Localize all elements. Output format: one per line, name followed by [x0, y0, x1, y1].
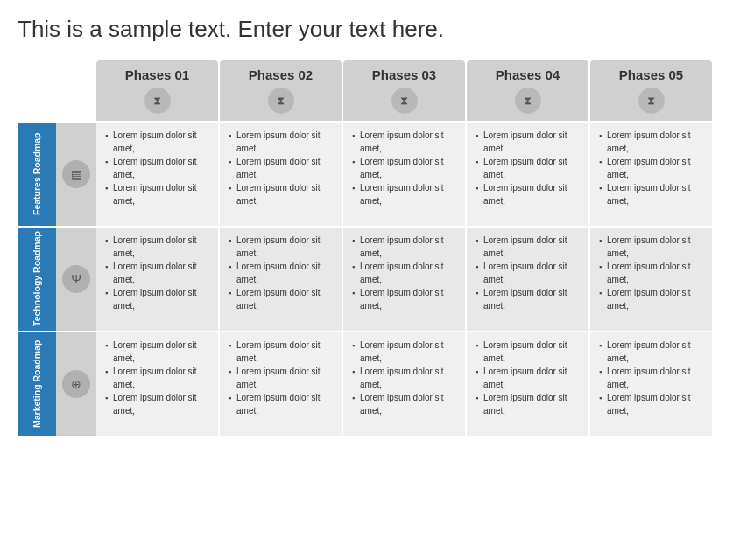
- page-title: This is a sample text. Enter your text h…: [18, 16, 729, 43]
- cell-list-item: Lorem ipsum dolor sit amet,: [599, 261, 707, 286]
- phase-label-1: Phases 01: [125, 67, 189, 82]
- cell-r3-c2: Lorem ipsum dolor sit amet,Lorem ipsum d…: [220, 332, 342, 436]
- cell-r2-c5: Lorem ipsum dolor sit amet,Lorem ipsum d…: [590, 228, 712, 331]
- roadmap-table: Phases 01 ⧗ Phases 02 ⧗ Phases 03 ⧗ Phas…: [18, 59, 712, 436]
- cell-r1-c2: Lorem ipsum dolor sit amet,Lorem ipsum d…: [220, 122, 342, 226]
- cell-list-item: Lorem ipsum dolor sit amet,: [105, 130, 213, 155]
- cell-list-item: Lorem ipsum dolor sit amet,: [599, 156, 707, 181]
- row-label-text-2: Technology Roadmap: [18, 228, 56, 331]
- cell-list-item: Lorem ipsum dolor sit amet,: [105, 340, 213, 365]
- data-row-1: Features Roadmap▤Lorem ipsum dolor sit a…: [18, 122, 712, 226]
- row-icon-block-2: Ψ: [56, 228, 96, 331]
- cell-list-item: Lorem ipsum dolor sit amet,: [352, 340, 460, 365]
- phase-label-5: Phases 05: [619, 67, 683, 82]
- phase-icon-3: ⧗: [391, 88, 418, 114]
- data-row-3: Marketing Roadmap⊕Lorem ipsum dolor sit …: [18, 332, 712, 436]
- cell-list-item: Lorem ipsum dolor sit amet,: [599, 182, 707, 207]
- cell-list-item: Lorem ipsum dolor sit amet,: [476, 340, 583, 365]
- row-icon-block-3: ⊕: [56, 332, 96, 436]
- page: This is a sample text. Enter your text h…: [0, 0, 747, 560]
- cell-list-item: Lorem ipsum dolor sit amet,: [352, 287, 460, 312]
- row-label-3: Marketing Roadmap: [18, 332, 56, 436]
- row-icon-block-1: ▤: [56, 122, 96, 226]
- phase-icon-2: ⧗: [268, 88, 294, 114]
- column-headers: Phases 01 ⧗ Phases 02 ⧗ Phases 03 ⧗ Phas…: [18, 60, 712, 121]
- cell-list-item: Lorem ipsum dolor sit amet,: [476, 392, 583, 417]
- row-cells-3: Lorem ipsum dolor sit amet,Lorem ipsum d…: [96, 332, 712, 436]
- phase-header-5: Phases 05 ⧗: [590, 60, 712, 121]
- cell-r2-c1: Lorem ipsum dolor sit amet,Lorem ipsum d…: [96, 228, 218, 331]
- clipboard-icon: ▤: [62, 160, 90, 188]
- phase-header-4: Phases 04 ⧗: [467, 60, 588, 121]
- cell-r2-c2: Lorem ipsum dolor sit amet,Lorem ipsum d…: [220, 228, 342, 331]
- cell-list-item: Lorem ipsum dolor sit amet,: [476, 130, 583, 155]
- cell-r2-c3: Lorem ipsum dolor sit amet,Lorem ipsum d…: [343, 228, 465, 331]
- row-label-text-3: Marketing Roadmap: [18, 332, 56, 436]
- cell-r1-c1: Lorem ipsum dolor sit amet,Lorem ipsum d…: [96, 122, 218, 226]
- cell-list-item: Lorem ipsum dolor sit amet,: [105, 234, 213, 260]
- phase-icon-4: ⧗: [515, 88, 541, 114]
- cell-list-item: Lorem ipsum dolor sit amet,: [599, 234, 707, 260]
- marketing-icon: ⊕: [62, 370, 90, 398]
- cell-list-item: Lorem ipsum dolor sit amet,: [352, 156, 460, 181]
- cell-list-item: Lorem ipsum dolor sit amet,: [476, 366, 583, 391]
- cell-list-item: Lorem ipsum dolor sit amet,: [352, 182, 460, 207]
- cell-list-item: Lorem ipsum dolor sit amet,: [229, 287, 336, 312]
- phase-label-2: Phases 02: [249, 67, 313, 82]
- cell-list-item: Lorem ipsum dolor sit amet,: [352, 130, 460, 155]
- cell-r3-c3: Lorem ipsum dolor sit amet,Lorem ipsum d…: [343, 332, 465, 436]
- phase-header-3: Phases 03 ⧗: [343, 60, 465, 121]
- cell-list-item: Lorem ipsum dolor sit amet,: [229, 182, 336, 207]
- cell-list-item: Lorem ipsum dolor sit amet,: [229, 234, 336, 260]
- cell-r3-c4: Lorem ipsum dolor sit amet,Lorem ipsum d…: [467, 332, 588, 436]
- phase-header-2: Phases 02 ⧗: [220, 60, 342, 121]
- phase-label-3: Phases 03: [372, 67, 436, 82]
- cell-list-item: Lorem ipsum dolor sit amet,: [105, 182, 213, 207]
- cell-list-item: Lorem ipsum dolor sit amet,: [599, 366, 707, 391]
- cell-list-item: Lorem ipsum dolor sit amet,: [599, 392, 707, 417]
- cell-list-item: Lorem ipsum dolor sit amet,: [476, 156, 583, 181]
- cell-list-item: Lorem ipsum dolor sit amet,: [352, 261, 460, 286]
- row-label-2: Technology Roadmap: [18, 228, 56, 331]
- cell-list-item: Lorem ipsum dolor sit amet,: [105, 287, 213, 312]
- cell-list-item: Lorem ipsum dolor sit amet,: [352, 392, 460, 417]
- row-label-1: Features Roadmap: [18, 122, 56, 226]
- cell-r1-c5: Lorem ipsum dolor sit amet,Lorem ipsum d…: [590, 122, 712, 226]
- cell-list-item: Lorem ipsum dolor sit amet,: [476, 182, 583, 207]
- cell-r1-c4: Lorem ipsum dolor sit amet,Lorem ipsum d…: [467, 122, 588, 226]
- cell-list-item: Lorem ipsum dolor sit amet,: [599, 287, 707, 312]
- cell-list-item: Lorem ipsum dolor sit amet,: [105, 366, 213, 391]
- cell-list-item: Lorem ipsum dolor sit amet,: [105, 261, 213, 286]
- cell-list-item: Lorem ipsum dolor sit amet,: [105, 156, 213, 181]
- phase-icon-1: ⧗: [144, 88, 171, 114]
- usb-icon: Ψ: [62, 265, 90, 293]
- cell-list-item: Lorem ipsum dolor sit amet,: [229, 261, 336, 286]
- row-cells-2: Lorem ipsum dolor sit amet,Lorem ipsum d…: [96, 228, 712, 331]
- data-row-2: Technology RoadmapΨLorem ipsum dolor sit…: [18, 228, 712, 331]
- cell-list-item: Lorem ipsum dolor sit amet,: [229, 366, 336, 391]
- cell-r1-c3: Lorem ipsum dolor sit amet,Lorem ipsum d…: [343, 122, 465, 226]
- data-rows: Features Roadmap▤Lorem ipsum dolor sit a…: [18, 122, 712, 436]
- row-label-text-1: Features Roadmap: [18, 122, 56, 226]
- cell-list-item: Lorem ipsum dolor sit amet,: [352, 366, 460, 391]
- cell-list-item: Lorem ipsum dolor sit amet,: [229, 130, 336, 155]
- cell-list-item: Lorem ipsum dolor sit amet,: [476, 261, 583, 286]
- cell-list-item: Lorem ipsum dolor sit amet,: [229, 340, 336, 365]
- phase-label-4: Phases 04: [496, 67, 560, 82]
- cell-r3-c1: Lorem ipsum dolor sit amet,Lorem ipsum d…: [96, 332, 218, 436]
- cell-r2-c4: Lorem ipsum dolor sit amet,Lorem ipsum d…: [467, 228, 588, 331]
- cell-list-item: Lorem ipsum dolor sit amet,: [229, 156, 336, 181]
- cell-list-item: Lorem ipsum dolor sit amet,: [352, 234, 460, 260]
- cell-list-item: Lorem ipsum dolor sit amet,: [599, 340, 707, 365]
- cell-list-item: Lorem ipsum dolor sit amet,: [599, 130, 707, 155]
- cell-list-item: Lorem ipsum dolor sit amet,: [105, 392, 213, 417]
- phase-header-1: Phases 01 ⧗: [96, 60, 218, 121]
- cell-list-item: Lorem ipsum dolor sit amet,: [476, 234, 583, 260]
- cell-list-item: Lorem ipsum dolor sit amet,: [476, 287, 583, 312]
- cell-r3-c5: Lorem ipsum dolor sit amet,Lorem ipsum d…: [590, 332, 712, 436]
- phase-headers: Phases 01 ⧗ Phases 02 ⧗ Phases 03 ⧗ Phas…: [96, 60, 712, 121]
- row-cells-1: Lorem ipsum dolor sit amet,Lorem ipsum d…: [96, 122, 712, 226]
- cell-list-item: Lorem ipsum dolor sit amet,: [229, 392, 336, 417]
- phase-icon-5: ⧗: [638, 88, 665, 114]
